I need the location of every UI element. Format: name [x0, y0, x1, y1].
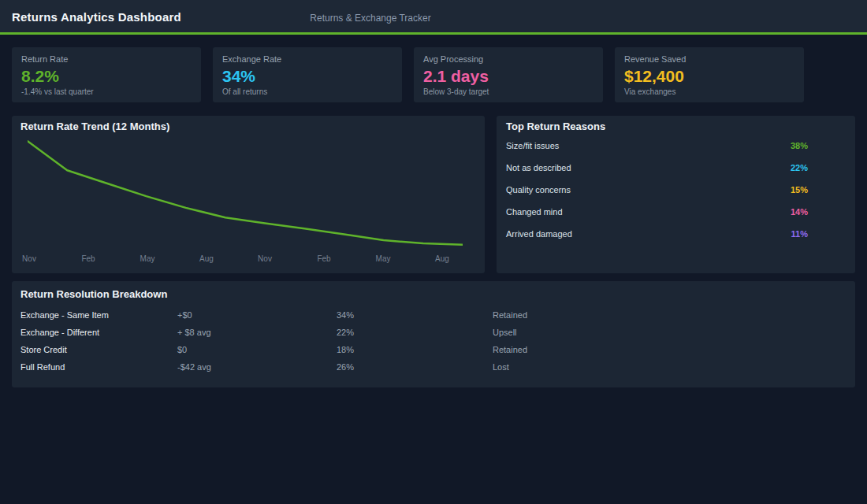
resolution-delta: -$42 avg — [177, 362, 337, 372]
list-item: Changed mind 14% — [506, 201, 808, 223]
trend-chart-title: Return Rate Trend (12 Months) — [20, 120, 169, 132]
page-title: Returns Analytics Dashboard — [12, 10, 181, 24]
resolution-outcome: Retained — [493, 345, 847, 354]
x-tick-label: Feb — [81, 254, 95, 263]
kpi-card-revenue-saved: Revenue Saved $12,400 Via exchanges — [615, 47, 804, 102]
kpi-card-exchange-rate: Exchange Rate 34% Of all returns — [213, 47, 402, 102]
reason-label: Size/fit issues — [506, 141, 559, 150]
kpi-value: $12,400 — [624, 68, 794, 85]
table-row: Full Refund -$42 avg 26% Lost — [20, 358, 847, 376]
kpi-label: Avg Processing — [423, 54, 594, 64]
kpi-subtext: -1.4% vs last quarter — [21, 87, 192, 96]
trend-chart-panel: Return Rate Trend (12 Months) Nov Feb Ma… — [12, 116, 485, 273]
resolution-delta: $0 — [177, 345, 337, 354]
x-tick-label: Feb — [317, 254, 330, 263]
resolution-outcome: Upsell — [493, 328, 847, 337]
reason-label: Changed mind — [506, 207, 563, 217]
table-row: Exchange - Different + $8 avg 22% Upsell — [20, 324, 847, 341]
resolution-share: 26% — [337, 362, 493, 372]
resolution-outcome: Lost — [493, 362, 847, 372]
list-item: Arrived damaged 11% — [506, 223, 808, 245]
list-item: Size/fit issues 38% — [506, 135, 808, 157]
resolution-share: 34% — [337, 310, 493, 320]
resolution-share: 18% — [337, 345, 493, 354]
kpi-label: Exchange Rate — [222, 54, 393, 64]
kpi-value: 8.2% — [21, 68, 192, 85]
reason-label: Arrived damaged — [506, 229, 572, 239]
top-return-reasons-panel: Top Return Reasons Size/fit issues 38% N… — [497, 116, 855, 273]
reasons-list: Size/fit issues 38% Not as described 22%… — [506, 135, 808, 245]
kpi-subtext: Via exchanges — [624, 87, 794, 96]
kpi-subtext: Below 3-day target — [423, 87, 594, 96]
resolution-method: Exchange - Same Item — [20, 310, 177, 320]
table-row: Store Credit $0 18% Retained — [20, 341, 847, 358]
kpi-label: Revenue Saved — [624, 54, 794, 64]
trend-x-axis: Nov Feb May Aug Nov Feb May Aug — [12, 254, 485, 265]
reason-percent: 11% — [791, 229, 808, 239]
trend-line-chart — [28, 135, 463, 251]
kpi-subtext: Of all returns — [222, 87, 393, 96]
reason-label: Not as described — [506, 163, 571, 172]
trend-line — [28, 141, 463, 245]
x-tick-label: May — [140, 254, 155, 263]
reason-percent: 15% — [791, 185, 808, 195]
reason-percent: 14% — [791, 207, 808, 217]
resolution-delta: +$0 — [177, 310, 337, 320]
table-row: Exchange - Same Item +$0 34% Retained — [20, 306, 847, 324]
reasons-title: Top Return Reasons — [506, 120, 605, 132]
kpi-card-avg-processing: Avg Processing 2.1 days Below 3-day targ… — [414, 47, 603, 102]
resolution-delta: + $8 avg — [177, 328, 337, 337]
x-tick-label: May — [376, 254, 391, 263]
kpi-card-return-rate: Return Rate 8.2% -1.4% vs last quarter — [12, 47, 201, 102]
kpi-value: 34% — [222, 68, 393, 85]
list-item: Quality concerns 15% — [506, 179, 808, 201]
resolution-method: Exchange - Different — [20, 328, 177, 337]
reason-label: Quality concerns — [506, 185, 571, 195]
resolution-method: Full Refund — [20, 362, 177, 372]
app-subtitle: Returns & Exchange Tracker — [310, 13, 430, 24]
resolution-method: Store Credit — [20, 345, 177, 354]
resolution-breakdown-panel: Return Resolution Breakdown Exchange - S… — [12, 281, 855, 387]
kpi-value: 2.1 days — [423, 68, 594, 85]
kpi-label: Return Rate — [21, 54, 192, 64]
x-tick-label: Aug — [199, 254, 214, 263]
app-header: Returns Analytics Dashboard Returns & Ex… — [0, 0, 867, 35]
x-tick-label: Nov — [258, 254, 272, 263]
list-item: Not as described 22% — [506, 157, 808, 179]
reason-percent: 38% — [791, 141, 808, 150]
resolution-outcome: Retained — [493, 310, 847, 320]
resolution-title: Return Resolution Breakdown — [20, 288, 167, 300]
resolution-table: Exchange - Same Item +$0 34% Retained Ex… — [20, 306, 847, 376]
x-tick-label: Aug — [435, 254, 449, 263]
x-tick-label: Nov — [22, 254, 36, 263]
reason-percent: 22% — [791, 163, 808, 172]
resolution-share: 22% — [337, 328, 493, 337]
kpi-row: Return Rate 8.2% -1.4% vs last quarter E… — [12, 47, 804, 102]
